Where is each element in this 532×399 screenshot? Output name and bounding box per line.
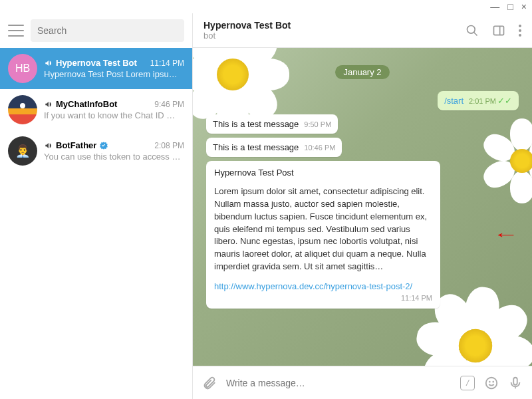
post-body: Lorem ipsum dolor sit amet, consectetur …	[214, 186, 432, 273]
message-time: 10:46 PM	[304, 144, 335, 152]
composer: /	[193, 366, 532, 399]
message-time: 11:14 PM	[214, 294, 432, 302]
chat-header: Hypernova Test Bot bot	[193, 13, 532, 48]
chat-preview: If you want to know the Chat ID …	[44, 110, 184, 120]
chat-time: 11:14 PM	[150, 59, 184, 68]
search-icon[interactable]	[466, 24, 479, 37]
search-box[interactable]	[31, 19, 184, 42]
chat-name: BotFather	[56, 140, 96, 150]
close-button[interactable]: ×	[521, 1, 527, 12]
window-titlebar: — □ ×	[0, 0, 532, 13]
svg-point-7	[486, 377, 497, 388]
message-incoming[interactable]: This is a test message 9:50 PM	[206, 114, 338, 134]
message-list[interactable]: January 2 /start 2:01 PM ✓✓ This is a te…	[193, 48, 532, 366]
post-title: Hypernova Test Post	[214, 168, 432, 178]
chat-title: Hypernova Test Bot	[203, 20, 466, 31]
svg-point-5	[519, 29, 521, 32]
svg-point-9	[493, 381, 493, 382]
chat-item-mychatinfo[interactable]: MyChatInfoBot 9:46 PM If you want to kno…	[0, 89, 192, 130]
chat-preview: You can use this token to access …	[44, 152, 184, 162]
chat-background: January 2 /start 2:01 PM ✓✓ This is a te…	[193, 48, 532, 366]
channel-icon	[44, 141, 53, 150]
avatar	[8, 95, 37, 124]
post-link[interactable]: http://www.hypernova.dev.cc/hypernova-te…	[214, 281, 432, 291]
attach-icon[interactable]	[202, 376, 217, 390]
chat-time: 2:08 PM	[154, 141, 184, 150]
message-post[interactable]: Hypernova Test Post Lorem ipsum dolor si…	[206, 161, 440, 309]
chat-list: HB Hypernova Test Bot 11:14 PM Hypernova…	[0, 48, 192, 399]
mic-icon[interactable]	[508, 376, 523, 390]
main-panel: Hypernova Test Bot bot	[193, 13, 532, 399]
message-outgoing[interactable]: /start 2:01 PM ✓✓	[438, 91, 519, 110]
avatar: HB	[8, 54, 37, 83]
chat-time: 9:46 PM	[154, 100, 184, 109]
annotation-arrow-icon: ←	[493, 226, 519, 243]
channel-icon	[44, 59, 53, 68]
menu-button[interactable]	[8, 25, 24, 37]
chat-name: Hypernova Test Bot	[56, 58, 137, 68]
svg-line-1	[474, 32, 477, 35]
svg-point-6	[519, 34, 521, 37]
message-incoming[interactable]: This is a test message 10:46 PM	[206, 138, 342, 157]
emoji-icon[interactable]	[484, 376, 499, 390]
svg-point-4	[519, 25, 521, 27]
search-input[interactable]	[37, 25, 178, 36]
date-badge: January 2	[335, 65, 389, 79]
more-icon[interactable]	[519, 25, 521, 37]
message-text: /start	[444, 96, 464, 106]
avatar: 👨‍💼	[8, 136, 37, 166]
message-input[interactable]	[226, 378, 451, 388]
read-checks-icon: ✓✓	[497, 96, 512, 106]
verified-icon	[99, 141, 108, 150]
message-text: This is a test message	[213, 119, 299, 129]
svg-point-8	[489, 381, 490, 382]
chat-subtitle: bot	[203, 31, 466, 41]
svg-rect-2	[494, 26, 504, 35]
chat-item-botfather[interactable]: 👨‍💼 BotFather 2:08 PM You can use this t…	[0, 130, 192, 172]
svg-point-0	[467, 25, 475, 33]
maximize-button[interactable]: □	[507, 1, 513, 12]
message-time: 2:01 PM	[469, 97, 496, 105]
channel-icon	[44, 100, 53, 109]
chat-item-hypernova[interactable]: HB Hypernova Test Bot 11:14 PM Hypernova…	[0, 48, 192, 89]
chat-preview: Hypernova Test Post Lorem ipsu…	[44, 69, 184, 79]
chat-name: MyChatInfoBot	[56, 99, 117, 109]
minimize-button[interactable]: —	[490, 1, 499, 12]
sidepanel-icon[interactable]	[492, 24, 505, 37]
message-time: 9:50 PM	[304, 120, 331, 128]
commands-icon[interactable]: /	[460, 376, 475, 390]
svg-rect-10	[513, 377, 517, 384]
sidebar: HB Hypernova Test Bot 11:14 PM Hypernova…	[0, 13, 193, 399]
message-text: This is a test message	[213, 142, 299, 152]
